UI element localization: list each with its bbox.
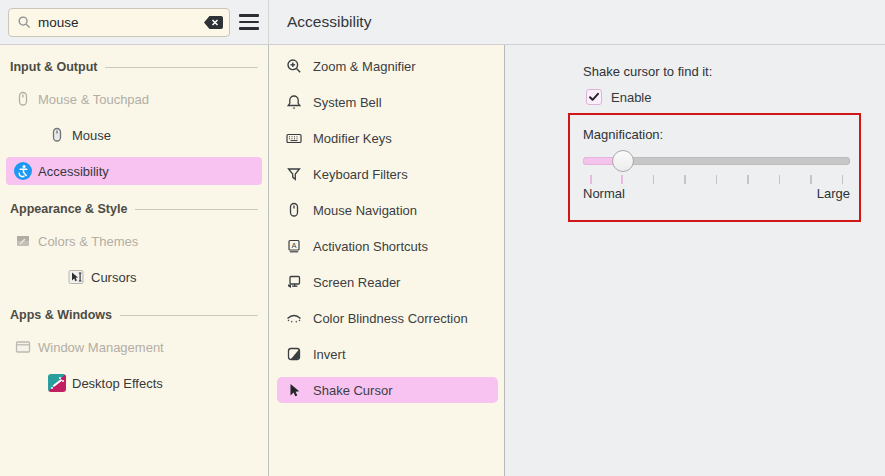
section-divider [120,315,258,316]
sidebar: Input & Output Mouse & Touchpad Mouse Ac… [0,45,269,476]
top-bar: mouse Accessibility [0,0,885,45]
system-settings-window: mouse Accessibility Input & Output Mouse… [0,0,885,476]
subnav-item-modifier-keys[interactable]: Modifier Keys [277,125,498,151]
cursor-arrow-icon [285,381,303,399]
sidebar-item-mouse[interactable]: Mouse [6,121,262,149]
svg-text:A: A [291,241,296,250]
subnav-item-keyboard-filters[interactable]: Keyboard Filters [277,161,498,187]
enable-checkbox-row[interactable]: Enable [586,87,885,107]
slider-ticks [590,175,843,184]
settings-pane: Shake cursor to find it: Enable Magnific… [505,45,885,476]
sidebar-section-input-output: Input & Output [10,57,258,77]
search-icon [17,15,32,30]
subnav-item-shake-cursor[interactable]: Shake Cursor [277,377,498,403]
subnav-item-invert[interactable]: Invert [277,341,498,367]
sidebar-section-apps-windows: Apps & Windows [10,305,258,325]
magnification-annotation-box: Magnification: Normal Large [568,113,861,222]
eye-icon [285,309,303,327]
filter-icon [285,165,303,183]
accessibility-subnav: Zoom & Magnifier System Bell Modifier Ke… [269,45,505,476]
cursor-icon [67,268,85,286]
magnification-label: Magnification: [583,127,850,142]
subnav-item-screen-reader[interactable]: Screen Reader [277,269,498,295]
window-icon [14,338,32,356]
page-title: Accessibility [287,13,371,31]
section-divider [135,209,258,210]
subnav-item-mouse-navigation[interactable]: Mouse Navigation [277,197,498,223]
subnav-item-color-blindness-correction[interactable]: Color Blindness Correction [277,305,498,331]
search-input[interactable]: mouse [8,8,230,37]
desktop-effects-icon [48,374,66,392]
subnav-item-activation-shortcuts[interactable]: A Activation Shortcuts [277,233,498,259]
mouse-icon [48,126,66,144]
section-divider [105,67,258,68]
page-header: Accessibility [269,0,885,44]
slider-handle[interactable] [612,150,634,172]
slider-min-label: Normal [583,186,625,201]
invert-icon [285,345,303,363]
colors-icon [14,232,32,250]
enable-checkbox[interactable] [586,89,602,105]
enable-label: Enable [611,90,651,105]
slider-max-label: Large [817,186,850,201]
sidebar-header: mouse [0,0,269,44]
clear-search-icon[interactable] [204,16,223,29]
mouse-icon [14,90,32,108]
hamburger-menu-icon[interactable] [236,11,262,33]
zoom-magnifier-icon [285,57,303,75]
magnification-slider[interactable] [583,150,850,172]
sidebar-item-cursors[interactable]: Cursors [6,263,262,291]
sidebar-item-accessibility[interactable]: Accessibility [6,157,262,185]
subnav-item-zoom-magnifier[interactable]: Zoom & Magnifier [277,53,498,79]
search-value[interactable]: mouse [38,15,198,30]
screen-reader-icon [285,273,303,291]
sidebar-item-mouse-touchpad[interactable]: Mouse & Touchpad [6,85,262,113]
sidebar-item-window-management[interactable]: Window Management [6,333,262,361]
sidebar-section-appearance-style: Appearance & Style [10,199,258,219]
bell-icon [285,93,303,111]
accessibility-icon [14,162,32,180]
sidebar-item-colors-themes[interactable]: Colors & Themes [6,227,262,255]
subnav-item-system-bell[interactable]: System Bell [277,89,498,115]
sidebar-item-desktop-effects[interactable]: Desktop Effects [6,369,262,397]
shortcut-icon: A [285,237,303,255]
shake-cursor-group-label: Shake cursor to find it: [583,64,885,79]
keyboard-icon [285,129,303,147]
mouse-icon [285,201,303,219]
